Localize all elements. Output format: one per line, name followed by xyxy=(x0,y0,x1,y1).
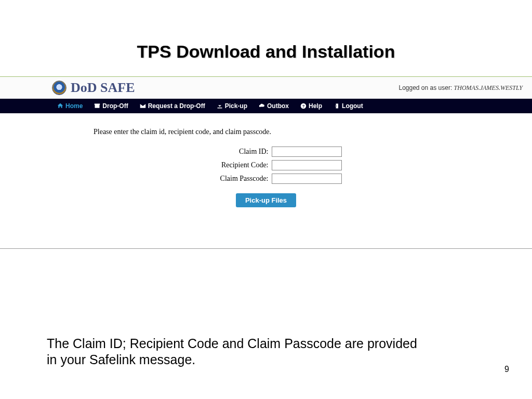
input-recipient[interactable] xyxy=(272,160,342,170)
home-icon xyxy=(57,103,63,109)
nav-outbox[interactable]: Outbox xyxy=(259,102,289,110)
navbar: Home Drop-Off Request a Drop-Off Pick-up… xyxy=(0,99,532,113)
user-name: THOMAS.JAMES.WESTLY xyxy=(454,84,523,91)
nav-request-label: Request a Drop-Off xyxy=(148,102,205,110)
input-claim-id[interactable] xyxy=(272,147,342,157)
nav-home-label: Home xyxy=(65,102,83,110)
cloud-icon xyxy=(259,103,265,109)
nav-outbox-label: Outbox xyxy=(267,102,289,110)
brand: DoD SAFE xyxy=(52,80,135,96)
app-frame: DoD SAFE Logged on as user: THOMAS.JAMES… xyxy=(0,76,532,249)
pickup-form: Claim ID: Recipient Code: Claim Passcode… xyxy=(162,147,370,207)
brand-text: DoD SAFE xyxy=(71,80,135,96)
nav-pickup-label: Pick-up xyxy=(225,102,247,110)
download-icon xyxy=(217,103,223,109)
nav-logout[interactable]: Logout xyxy=(334,102,363,110)
help-icon: ? xyxy=(300,103,307,109)
slide-caption: The Claim ID; Recipient Code and Claim P… xyxy=(47,336,421,368)
pickup-files-button[interactable]: Pick-up Files xyxy=(236,193,296,207)
input-passcode[interactable] xyxy=(272,174,342,184)
user-block: Logged on as user: THOMAS.JAMES.WESTLY xyxy=(398,84,523,92)
svg-rect-0 xyxy=(95,104,100,108)
row-recipient: Recipient Code: xyxy=(162,160,370,170)
box-icon xyxy=(94,103,100,109)
user-prefix: Logged on as user: xyxy=(398,84,452,91)
nav-logout-label: Logout xyxy=(342,102,363,110)
label-recipient: Recipient Code: xyxy=(191,161,269,169)
logout-icon xyxy=(334,103,340,109)
svg-text:?: ? xyxy=(302,104,305,109)
slide-title: TPS Download and Installation xyxy=(0,0,532,76)
label-passcode: Claim Passcode: xyxy=(191,175,269,183)
button-row: Pick-up Files xyxy=(162,193,370,207)
form-instruction: Please enter the claim id, recipient cod… xyxy=(94,128,532,136)
dod-seal-icon xyxy=(52,81,66,95)
nav-request[interactable]: Request a Drop-Off xyxy=(140,102,205,110)
page-number: 9 xyxy=(504,365,509,374)
envelope-icon xyxy=(140,103,146,109)
app-header: DoD SAFE Logged on as user: THOMAS.JAMES… xyxy=(0,77,532,99)
nav-help-label: Help xyxy=(309,102,322,110)
nav-help[interactable]: ? Help xyxy=(300,102,322,110)
row-passcode: Claim Passcode: xyxy=(162,174,370,184)
nav-pickup[interactable]: Pick-up xyxy=(217,102,247,110)
row-claim-id: Claim ID: xyxy=(162,147,370,157)
label-claim-id: Claim ID: xyxy=(191,148,269,156)
nav-dropoff-label: Drop-Off xyxy=(102,102,128,110)
content-area: Please enter the claim id, recipient cod… xyxy=(0,113,532,248)
nav-dropoff[interactable]: Drop-Off xyxy=(94,102,128,110)
nav-home[interactable]: Home xyxy=(57,102,83,110)
svg-rect-1 xyxy=(95,104,100,105)
